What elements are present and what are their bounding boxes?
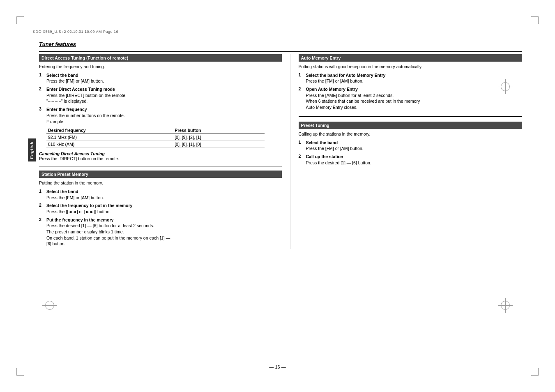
step-da-2-title: Enter Direct Access Tuning mode — [46, 87, 115, 92]
step-da-2: 2 Enter Direct Access Tuning mode Press … — [39, 86, 282, 104]
step-am-1-number: 1 — [299, 72, 304, 84]
station-preset-intro: Putting the station in the memory. — [39, 180, 282, 186]
step-da-1-desc: Press the [FM] or [AM] button. — [46, 78, 282, 84]
step-sp-1-number: 1 — [39, 189, 45, 201]
auto-memory-header: Auto Memory Entry — [299, 54, 522, 62]
btn-col-header: Press button — [173, 127, 265, 134]
step-pt-2-content: Call up the station Press the desired [1… — [306, 154, 522, 166]
main-content: Tuner features Direct Access Tuning (Fun… — [39, 41, 522, 359]
step-am-1-title: Select the band for Auto Memory Entry — [306, 73, 386, 78]
page-number: — 16 — — [269, 364, 286, 369]
canceling-note: Canceling Direct Access Tuning Press the… — [39, 151, 282, 161]
step-am-2: 2 Open Auto Memory Entry Press the [AME]… — [299, 86, 522, 111]
preset-tuning-header: Preset Tuning — [299, 122, 522, 129]
table-row: 92.1 MHz (FM) [0], [9], [2], [1] — [46, 134, 265, 141]
freq-row1-freq: 92.1 MHz (FM) — [46, 134, 173, 141]
step-da-3-title: Enter the frequency — [46, 107, 87, 112]
preset-tuning-intro: Calling up the stations in the memory. — [299, 131, 522, 137]
right-mid-divider — [299, 116, 522, 117]
step-da-3-number: 3 — [39, 106, 45, 125]
step-da-1-content: Select the band Press the [FM] or [AM] b… — [46, 72, 282, 84]
step-da-2-number: 2 — [39, 86, 45, 104]
step-da-1-title: Select the band — [46, 73, 78, 78]
corner-mark-tl — [16, 16, 24, 24]
step-pt-1-content: Select the band Press the [FM] or [AM] b… — [306, 140, 522, 152]
auto-memory-intro: Putting stations with good reception in … — [299, 64, 522, 70]
station-preset-block: Station Preset Memory Putting the statio… — [39, 171, 282, 247]
step-da-3: 3 Enter the frequency Press the number b… — [39, 106, 282, 125]
step-da-1: 1 Select the band Press the [FM] or [AM]… — [39, 72, 282, 84]
step-sp-2-content: Select the frequency to put in the memor… — [46, 203, 282, 214]
step-am-1-desc: Press the [FM] or [AM] button. — [306, 78, 522, 84]
corner-mark-tr — [531, 16, 539, 24]
frequency-table: Desired frequency Press button 92.1 MHz … — [46, 127, 265, 148]
mid-divider — [39, 166, 282, 166]
step-sp-2-number: 2 — [39, 203, 45, 214]
direct-access-intro: Entering the frequency and tuning. — [39, 64, 282, 70]
step-pt-1: 1 Select the band Press the [FM] or [AM]… — [299, 140, 522, 152]
freq-row1-btn: [0], [9], [2], [1] — [173, 134, 265, 141]
step-da-1-number: 1 — [39, 72, 45, 84]
corner-mark-br — [531, 368, 539, 376]
step-da-3-desc: Press the number buttons on the remote.E… — [46, 113, 282, 125]
step-sp-2: 2 Select the frequency to put in the mem… — [39, 203, 282, 214]
table-row: 810 kHz (AM) [0], [8], [1], [0] — [46, 141, 265, 148]
sidebar-label: English — [28, 64, 36, 236]
step-sp-2-title: Select the frequency to put in the memor… — [46, 203, 132, 208]
step-sp-3-title: Put the frequency in the memory — [46, 217, 113, 222]
step-am-1: 1 Select the band for Auto Memory Entry … — [299, 72, 522, 84]
step-da-2-desc: Press the [DIRECT] button on the remote.… — [46, 92, 282, 104]
corner-mark-bl — [16, 368, 24, 376]
page-container: KDC-X569_U.S r2 02.10.31 10:09 AM Page 1… — [0, 0, 555, 392]
step-sp-3-number: 3 — [39, 217, 45, 247]
step-sp-1-desc: Press the [FM] or [AM] button. — [46, 195, 282, 201]
step-pt-2-number: 2 — [299, 154, 304, 166]
step-am-2-number: 2 — [299, 86, 304, 111]
step-da-2-content: Enter Direct Access Tuning mode Press th… — [46, 86, 282, 104]
two-col-layout: Direct Access Tuning (Function of remote… — [39, 54, 522, 249]
freq-col-header: Desired frequency — [46, 127, 173, 134]
step-pt-1-number: 1 — [299, 140, 304, 152]
step-sp-1-title: Select the band — [46, 189, 78, 194]
step-pt-1-desc: Press the [FM] or [AM] button. — [306, 145, 522, 152]
step-sp-1-content: Select the band Press the [FM] or [AM] b… — [46, 189, 282, 201]
step-pt-2: 2 Call up the station Press the desired … — [299, 154, 522, 166]
step-am-2-title: Open Auto Memory Entry — [306, 87, 358, 92]
header-line: KDC-X569_U.S r2 02.10.31 10:09 AM Page 1… — [33, 30, 522, 34]
step-am-1-content: Select the band for Auto Memory Entry Pr… — [306, 72, 522, 84]
step-sp-3: 3 Put the frequency in the memory Press … — [39, 217, 282, 247]
freq-row2-freq: 810 kHz (AM) — [46, 141, 173, 148]
auto-memory-section: Auto Memory Entry Putting stations with … — [299, 54, 522, 111]
preset-tuning-section: Preset Tuning Calling up the stations in… — [299, 122, 522, 166]
step-sp-1: 1 Select the band Press the [FM] or [AM]… — [39, 189, 282, 201]
step-pt-2-title: Call up the station — [306, 154, 343, 159]
step-am-2-content: Open Auto Memory Entry Press the [AME] b… — [306, 86, 522, 111]
step-pt-2-desc: Press the desired [1] — [6] button. — [306, 160, 522, 166]
step-am-2-desc: Press the [AME] button for at least 2 se… — [306, 92, 522, 111]
freq-row2-btn: [0], [8], [1], [0] — [173, 141, 265, 148]
top-divider — [39, 51, 522, 52]
left-column: Direct Access Tuning (Function of remote… — [39, 54, 290, 249]
step-sp-3-desc: Press the desired [1] — [6] button for a… — [46, 223, 282, 247]
right-column: Auto Memory Entry Putting stations with … — [290, 54, 522, 249]
step-pt-1-title: Select the band — [306, 140, 338, 145]
canceling-title: Canceling Direct Access Tuning — [39, 151, 105, 156]
page-title: Tuner features — [39, 41, 522, 47]
station-preset-header: Station Preset Memory — [39, 171, 282, 178]
step-sp-3-content: Put the frequency in the memory Press th… — [46, 217, 282, 247]
sidebar-label-text: English — [28, 138, 36, 161]
step-sp-2-desc: Press the [|◄◄] or [►►|] button. — [46, 209, 282, 215]
step-da-3-content: Enter the frequency Press the number but… — [46, 106, 282, 125]
direct-access-header: Direct Access Tuning (Function of remote… — [39, 54, 282, 62]
canceling-desc: Press the [DIRECT] button on the remote. — [39, 156, 119, 161]
